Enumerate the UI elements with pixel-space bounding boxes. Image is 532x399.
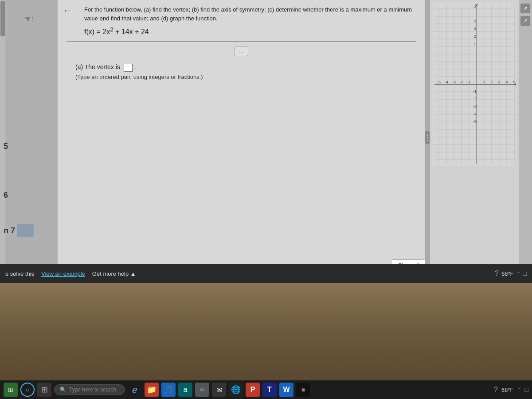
app-icon-1[interactable]: a <box>178 383 192 397</box>
scroll-thumb[interactable] <box>0 1 5 36</box>
graph-area: 5 4 3 2 1 -5 -4 -3 -2 -1 1 2 3 4 5 -1 -2… <box>430 0 519 275</box>
main-screen: ☜ 5 6 n 7 ← For the function below, (a) … <box>0 0 532 275</box>
task-view-button[interactable]: ⊞ <box>37 383 51 397</box>
divider-handle[interactable] <box>425 131 430 144</box>
right-icons-panel: ↗ ↗ <box>519 0 532 275</box>
p-icon[interactable]: P <box>246 383 260 397</box>
notification-taskbar-icon[interactable]: □ <box>525 386 528 393</box>
svg-text:-4: -4 <box>473 112 477 116</box>
svg-text:1: 1 <box>473 42 476 46</box>
view-example-link[interactable]: View an example <box>41 270 85 277</box>
sidebar-item-q7: n 7 <box>4 224 34 237</box>
start-button[interactable]: ⊞ <box>4 383 18 397</box>
question-number-label: n 7 <box>4 226 15 235</box>
get-more-help-button[interactable]: Get more help ▲ <box>92 270 136 277</box>
svg-text:-1: -1 <box>473 89 477 94</box>
vertical-divider <box>425 0 430 275</box>
main-content-area: ← For the function below, (a) find the v… <box>58 0 425 275</box>
solve-this-link[interactable]: e solve this <box>5 270 34 277</box>
sidebar-item-q6: 6 <box>4 191 8 200</box>
notification-icon[interactable]: □ <box>523 270 527 277</box>
vertex-hint: (Type an ordered pair, using integers or… <box>75 74 416 80</box>
user-avatar <box>17 224 34 237</box>
divider-dot-1 <box>427 134 428 136</box>
expand-button-container: ... <box>66 46 416 56</box>
svg-text:-3: -3 <box>473 104 477 109</box>
svg-text:-3: -3 <box>452 80 456 84</box>
svg-text:-2: -2 <box>473 97 477 101</box>
mail-icon[interactable]: ✉ <box>212 383 226 397</box>
expand-button[interactable]: ... <box>234 46 249 56</box>
vertex-input[interactable] <box>124 64 133 72</box>
period: . <box>134 63 136 70</box>
svg-text:-2: -2 <box>460 80 463 84</box>
svg-text:3: 3 <box>473 27 476 31</box>
sidebar-item-q5: 5 <box>4 142 8 151</box>
help-icon[interactable]: ? <box>495 270 499 278</box>
svg-text:4: 4 <box>505 80 508 84</box>
question-description: For the function below, (a) find the ver… <box>84 5 416 23</box>
chrome-icon[interactable]: 🌐 <box>229 383 243 397</box>
left-sidebar: ☜ 5 6 n 7 <box>0 0 58 275</box>
svg-text:2: 2 <box>473 34 476 39</box>
vertex-section: (a) The vertex is . (Type an ordered pai… <box>75 63 416 80</box>
taskbar-temperature: 68°F <box>501 387 514 393</box>
help-bar: e solve this View an example Get more he… <box>0 264 532 283</box>
top-right-icon-1[interactable]: ↗ <box>520 4 530 13</box>
music-icon[interactable]: 🎵 <box>161 383 176 397</box>
top-right-icon-2[interactable]: ↗ <box>520 16 530 26</box>
divider-dot-3 <box>427 140 428 141</box>
svg-text:-5: -5 <box>473 119 477 124</box>
svg-text:-5: -5 <box>437 80 441 84</box>
word-icon[interactable]: T <box>262 383 277 397</box>
search-placeholder-text: Type here to search <box>69 387 116 393</box>
taskbar-search[interactable]: 🔍 Type here to search <box>54 384 125 395</box>
windows-taskbar: ⊞ ○ ⊞ 🔍 Type here to search ℯ 📁 🎵 a ∞ ✉ … <box>0 380 532 399</box>
sidebar-cursor: ☜ <box>24 13 34 26</box>
svg-text:4: 4 <box>473 19 476 23</box>
svg-text:3: 3 <box>498 80 500 84</box>
black-icon[interactable]: ■ <box>296 383 310 397</box>
divider-dot-2 <box>427 137 428 138</box>
svg-text:-1: -1 <box>467 80 471 84</box>
folder-icon[interactable]: 📁 <box>145 383 159 397</box>
search-icon: 🔍 <box>60 387 66 393</box>
taskbar-right-section: ? 68°F ⌃ □ <box>494 386 528 394</box>
edge-icon[interactable]: ℯ <box>128 383 142 397</box>
divider <box>66 41 416 42</box>
chevron-up-icon[interactable]: ⌃ <box>517 387 521 393</box>
app-icon-2[interactable]: ∞ <box>195 383 209 397</box>
chevron-icon: ⌃ <box>516 271 520 277</box>
back-button[interactable]: ← <box>63 5 72 16</box>
svg-text:-4: -4 <box>445 80 448 84</box>
vertex-label: (a) The vertex is . <box>75 63 416 71</box>
desk-surface <box>0 283 532 380</box>
coordinate-graph: 5 4 3 2 1 -5 -4 -3 -2 -1 1 2 3 4 5 -1 -2… <box>432 2 516 166</box>
help-taskbar-icon[interactable]: ? <box>494 386 498 394</box>
svg-text:2: 2 <box>490 80 493 84</box>
function-display: f(x) = 2x2 + 14x + 24 <box>84 26 416 36</box>
search-button[interactable]: ○ <box>20 383 35 397</box>
vertex-label-text: (a) The vertex is <box>75 63 120 70</box>
temperature-display: 68°F <box>501 270 514 277</box>
word-w-icon[interactable]: W <box>279 383 293 397</box>
svg-text:1: 1 <box>483 80 485 84</box>
